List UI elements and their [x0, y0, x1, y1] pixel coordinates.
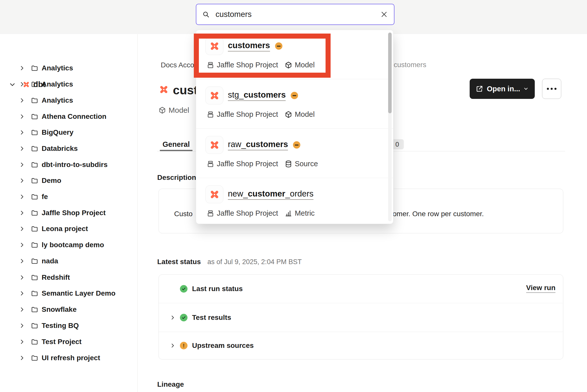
chevron-right-icon[interactable] [19, 65, 25, 71]
search-result-new-customer-orders[interactable]: new_customer_orders Jaffle Shop Project … [196, 178, 393, 224]
more-actions-button[interactable] [542, 79, 561, 99]
chevron-right-icon[interactable] [19, 323, 25, 329]
dropdown-scrollbar-thumb[interactable] [388, 33, 392, 113]
success-check-icon [180, 285, 188, 293]
sidebar-item-jaffle-shop-project[interactable]: Jaffle Shop Project [0, 205, 138, 221]
folder-icon [31, 241, 38, 248]
chevron-right-icon[interactable] [19, 258, 25, 264]
dbt-logo-tile [205, 136, 223, 154]
project-box-icon [207, 61, 214, 69]
search-result-customers[interactable]: customers Jaffle Shop Project Model [196, 30, 393, 79]
folder-icon [31, 177, 38, 184]
sidebar-item-label: Leona project [42, 225, 88, 233]
folder-icon [31, 225, 38, 232]
folder-icon [31, 81, 38, 88]
folder-icon [31, 113, 38, 120]
ellipsis-icon [547, 88, 549, 90]
project-tree-sidebar: dbt Analytics Analytics Analytics Athena… [0, 34, 138, 392]
sidebar-item-dbt-intro-to-subdirs[interactable]: dbt-intro-to-subdirs [0, 157, 138, 173]
chevron-right-icon[interactable] [170, 315, 175, 320]
resource-meta: Model ( [158, 106, 198, 115]
sidebar-item-snowflake[interactable]: Snowflake [0, 301, 138, 318]
folder-icon [31, 290, 38, 297]
sidebar-item-label: Test Project [42, 338, 82, 346]
dbt-logo-tile [205, 185, 223, 203]
cube-icon [285, 61, 292, 69]
sidebar-item-label: BigQuery [42, 128, 73, 136]
folder-icon [31, 209, 38, 216]
breadcrumb-current: customers [394, 61, 426, 69]
sidebar-item-semantic-layer-demo[interactable]: Semantic Layer Demo [0, 285, 138, 301]
search-input[interactable] [215, 10, 380, 19]
clear-search-button[interactable] [380, 11, 388, 18]
result-title[interactable]: stg_customers [228, 90, 286, 101]
sidebar-item-redshift[interactable]: Redshift [0, 269, 138, 286]
lineage-heading: Lineage [157, 380, 184, 388]
resource-type-label: Model [169, 106, 189, 115]
amber-dash-badge-icon [275, 42, 282, 50]
sidebar-item-analytics-2[interactable]: Analytics [0, 76, 138, 92]
cube-icon [285, 111, 292, 118]
folder-icon [31, 354, 38, 361]
chevron-right-icon[interactable] [19, 339, 25, 345]
sidebar-item-nada[interactable]: nada [0, 253, 138, 269]
sidebar-item-ui-refresh-project[interactable]: UI refresh project [0, 350, 138, 366]
sidebar-item-analytics-3[interactable]: Analytics [0, 92, 138, 108]
latest-status-timestamp: as of Jul 9, 2025, 2:04 PM BST [207, 258, 302, 266]
chevron-right-icon[interactable] [19, 194, 25, 200]
warning-icon: ! [180, 342, 188, 349]
folder-icon [31, 306, 38, 313]
chevron-right-icon[interactable] [19, 290, 25, 296]
success-check-icon [180, 314, 188, 321]
chevron-right-icon[interactable] [19, 242, 25, 248]
chevron-right-icon[interactable] [19, 146, 25, 152]
sidebar-item-bigquery[interactable]: BigQuery [0, 124, 138, 141]
sidebar-item-leona-project[interactable]: Leona project [0, 221, 138, 237]
sidebar-item-fe[interactable]: fe [0, 189, 138, 205]
sidebar-item-testing-bq[interactable]: Testing BQ [0, 318, 138, 334]
sidebar-item-label: Analytics [42, 96, 73, 104]
chevron-right-icon[interactable] [19, 355, 25, 361]
cube-icon [158, 106, 166, 114]
result-title[interactable]: raw_customers [228, 139, 288, 150]
chevron-right-icon[interactable] [19, 114, 25, 120]
ellipsis-icon [554, 88, 556, 90]
dbt-logo-icon [209, 139, 220, 151]
sidebar-item-label: dbt-intro-to-subdirs [42, 161, 108, 169]
chevron-right-icon[interactable] [19, 162, 25, 168]
result-title[interactable]: new_customer_orders [228, 189, 313, 200]
chevron-right-icon[interactable] [19, 129, 25, 135]
folder-icon [31, 274, 38, 281]
chevron-right-icon[interactable] [19, 97, 25, 103]
view-run-link[interactable]: View run [526, 284, 555, 293]
sidebar-item-demo[interactable]: Demo [0, 173, 138, 189]
chevron-right-icon[interactable] [19, 274, 25, 281]
sidebar-item-athena-connection[interactable]: Athena Connection [0, 108, 138, 125]
sidebar-item-databricks[interactable]: Databricks [0, 141, 138, 157]
chevron-right-icon[interactable] [19, 226, 25, 232]
chevron-right-icon[interactable] [19, 81, 25, 87]
result-title[interactable]: customers [228, 41, 270, 51]
open-in-button[interactable]: Open in... [470, 79, 535, 99]
chevron-right-icon[interactable] [170, 343, 175, 348]
sidebar-item-label: Analytics [42, 64, 73, 72]
divider [196, 128, 393, 129]
status-row-test-results[interactable]: Test results [159, 303, 563, 332]
chevron-right-icon[interactable] [19, 306, 25, 313]
search-result-raw-customers[interactable]: raw_customers Jaffle Shop Project Source [196, 129, 393, 178]
search-result-stg-customers[interactable]: stg_customers Jaffle Shop Project Model [196, 79, 393, 129]
chevron-right-icon[interactable] [19, 178, 25, 184]
status-row-upstream-sources[interactable]: ! Upstream sources [159, 332, 563, 359]
folder-icon [31, 193, 38, 200]
folder-icon [31, 258, 38, 265]
sidebar-item-label: Testing BQ [42, 322, 79, 330]
tab-general[interactable]: General [160, 140, 193, 149]
metric-chart-icon [285, 210, 292, 217]
sidebar-item-ly-bootcamp-demo[interactable]: ly bootcamp demo [0, 237, 138, 253]
result-project: Jaffle Shop Project [217, 61, 278, 69]
chevron-right-icon[interactable] [19, 210, 25, 216]
sidebar-item-analytics-1[interactable]: Analytics [0, 60, 138, 76]
sidebar-item-test-project[interactable]: Test Project [0, 334, 138, 350]
sidebar-item-label: Redshift [42, 273, 70, 282]
folder-icon [31, 129, 38, 136]
